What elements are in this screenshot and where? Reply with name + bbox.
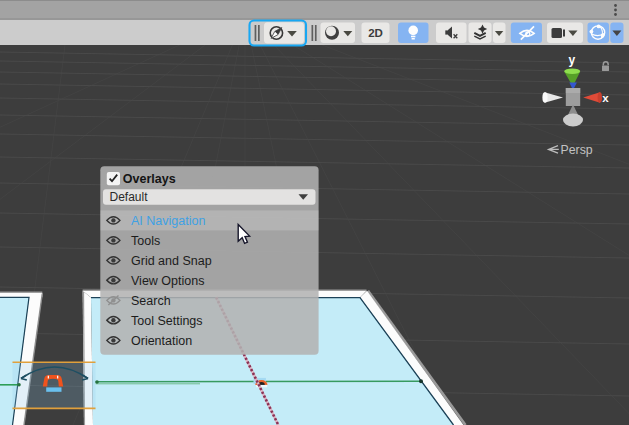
svg-text:Persp: Persp	[561, 143, 593, 157]
svg-text:Tools: Tools	[131, 234, 160, 248]
svg-text:AI Navigation: AI Navigation	[131, 214, 205, 228]
svg-text:Orientation: Orientation	[131, 334, 192, 348]
svg-text:Default: Default	[110, 190, 149, 204]
svg-text:View Options: View Options	[131, 274, 204, 288]
svg-text:x: x	[602, 92, 609, 104]
svg-text:Tool Settings: Tool Settings	[131, 314, 203, 328]
svg-text:Overlays: Overlays	[123, 172, 176, 186]
svg-text:y: y	[568, 53, 575, 67]
svg-text:2D: 2D	[368, 27, 383, 39]
svg-text:Search: Search	[131, 294, 171, 308]
svg-text:Grid and Snap: Grid and Snap	[131, 254, 212, 268]
